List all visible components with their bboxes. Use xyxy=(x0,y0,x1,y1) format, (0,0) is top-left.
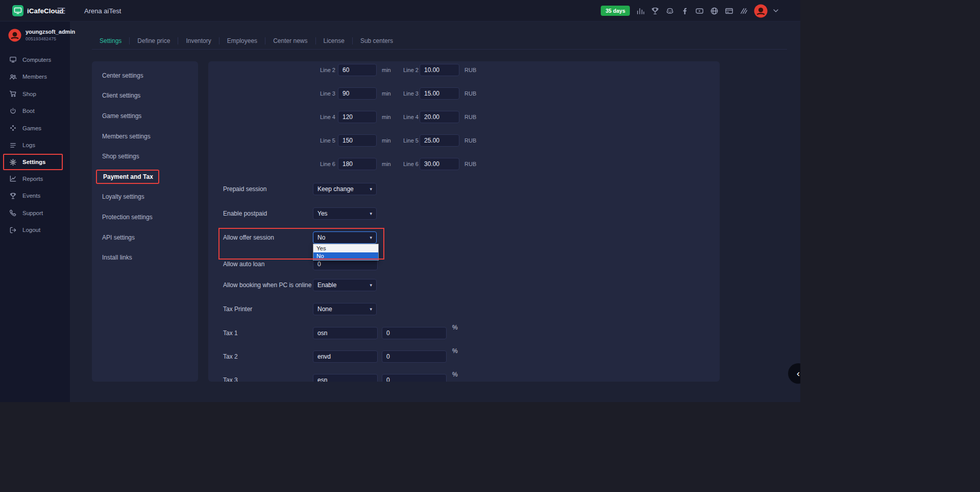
collapse-panel-button[interactable]: ‹ xyxy=(788,363,800,384)
tab-sub-centers[interactable]: Sub centers xyxy=(353,37,401,44)
nav-item-label: Shop settings xyxy=(102,153,139,160)
line-rub-label: Line 3 xyxy=(403,87,419,100)
card-icon[interactable] xyxy=(724,6,733,15)
dropdown-option-yes[interactable]: Yes xyxy=(313,244,378,252)
nav-item-label: Center settings xyxy=(102,72,143,79)
tax2-name-input[interactable] xyxy=(313,350,378,363)
nav-item-label: Install links xyxy=(102,254,132,261)
prepaid-session-select[interactable]: Keep change ▾ xyxy=(313,183,377,195)
topbar: iCafeCloud Arena aiTest 35 days xyxy=(0,0,800,21)
form-row-tax2: Tax 2 % xyxy=(208,350,720,363)
select-value: Keep change xyxy=(317,185,354,193)
field-label: Allow auto loan xyxy=(223,258,264,270)
allow-booking-select[interactable]: Enable ▾ xyxy=(313,279,377,291)
license-days-badge[interactable]: 35 days xyxy=(601,6,630,16)
enable-postpaid-select[interactable]: Yes ▾ xyxy=(313,207,377,220)
sidebar-item-members[interactable]: Members xyxy=(0,68,70,86)
line-min-input[interactable] xyxy=(338,64,377,76)
hamburger-menu-icon[interactable] xyxy=(57,7,65,14)
settings-nav-payment-and-tax[interactable]: Payment and Tax xyxy=(92,167,198,187)
nav-item-label: Client settings xyxy=(102,92,140,99)
line-min-label: Line 2 xyxy=(320,64,335,76)
shades-icon[interactable] xyxy=(739,6,748,15)
form-row-tax-printer: Tax Printer None ▾ xyxy=(208,303,720,315)
line-rub-label: Line 2 xyxy=(403,64,419,76)
tax2-rate-input[interactable] xyxy=(382,350,447,363)
list-icon xyxy=(9,142,17,149)
caret-down-icon[interactable] xyxy=(773,9,778,12)
sidebar-item-label: Members xyxy=(22,74,47,80)
form-row-enable-postpaid: Enable postpaid Yes ▾ xyxy=(208,207,720,220)
allow-offer-session-select[interactable]: No ▾ xyxy=(313,231,377,244)
discord-icon[interactable] xyxy=(665,6,674,15)
settings-nav-game-settings[interactable]: Game settings xyxy=(92,106,198,126)
line-min-input[interactable] xyxy=(338,111,377,123)
line-min-label: Line 5 xyxy=(320,134,335,147)
sidebar-item-logs[interactable]: Logs xyxy=(0,137,70,154)
sidebar-item-reports[interactable]: Reports xyxy=(0,170,70,188)
line-rub-input[interactable] xyxy=(420,134,459,147)
tax-printer-select[interactable]: None ▾ xyxy=(313,303,377,315)
tax1-name-input[interactable] xyxy=(313,327,378,339)
sidebar-item-events[interactable]: Events xyxy=(0,188,70,205)
line-min-input[interactable] xyxy=(338,87,377,100)
line-row-3: Line 3 min Line 3 RUB xyxy=(208,87,720,100)
line-min-input[interactable] xyxy=(338,158,377,170)
sidebar-menu: Computers Members Shop Boot Games xyxy=(0,51,70,239)
nav-item-label-active: Payment and Tax xyxy=(96,170,159,184)
sidebar-item-games[interactable]: Games xyxy=(0,120,70,137)
stats-icon[interactable] xyxy=(635,6,645,15)
field-label: Allow offer session xyxy=(223,231,274,244)
brand-logo[interactable]: iCafeCloud xyxy=(12,5,63,16)
tab-inventory[interactable]: Inventory xyxy=(178,37,219,44)
logout-icon xyxy=(9,226,17,234)
sidebar-item-computers[interactable]: Computers xyxy=(0,51,70,68)
tax3-rate-input[interactable] xyxy=(382,374,447,382)
sidebar-item-label: Shop xyxy=(22,91,36,97)
chevron-down-icon: ▾ xyxy=(370,235,372,240)
sidebar-item-boot[interactable]: Boot xyxy=(0,103,70,120)
globe-icon[interactable] xyxy=(709,6,719,15)
trophy-icon[interactable] xyxy=(650,6,659,15)
line-rub-input[interactable] xyxy=(420,64,459,76)
settings-nav-api-settings[interactable]: API settings xyxy=(92,227,198,248)
line-rub-input[interactable] xyxy=(420,158,459,170)
sidebar-item-support[interactable]: Support xyxy=(0,204,70,222)
tab-settings[interactable]: Settings xyxy=(92,37,130,44)
youtube-icon[interactable] xyxy=(695,6,704,15)
tax3-name-input[interactable] xyxy=(313,374,378,382)
settings-nav-protection-settings[interactable]: Protection settings xyxy=(92,207,198,227)
line-min-input[interactable] xyxy=(338,134,377,147)
trophy-icon xyxy=(9,192,17,200)
settings-nav-members-settings[interactable]: Members settings xyxy=(92,126,198,147)
cart-icon xyxy=(9,90,17,98)
settings-nav-shop-settings[interactable]: Shop settings xyxy=(92,146,198,167)
line-rub-input[interactable] xyxy=(420,111,459,123)
field-label: Tax 2 xyxy=(223,350,238,363)
user-avatar[interactable] xyxy=(754,4,768,18)
form-row-tax3: Tax 3 % xyxy=(208,374,720,382)
monitor-icon xyxy=(9,56,17,63)
sidebar-user[interactable]: youngzsoft_admin 005193482475 xyxy=(0,21,70,47)
sidebar-item-shop[interactable]: Shop xyxy=(0,85,70,103)
settings-nav-center-settings[interactable]: Center settings xyxy=(92,65,198,86)
tab-license[interactable]: License xyxy=(316,37,353,44)
gear-icon xyxy=(9,158,17,166)
dropdown-option-no[interactable]: No xyxy=(313,252,378,261)
tab-center-news[interactable]: Center news xyxy=(265,37,315,44)
select-value: Yes xyxy=(317,210,328,217)
sidebar-item-logout[interactable]: Logout xyxy=(0,222,70,239)
tab-employees[interactable]: Employees xyxy=(219,37,265,44)
tax1-rate-input[interactable] xyxy=(382,327,447,339)
line-rub-input[interactable] xyxy=(420,87,459,100)
settings-nav-install-links[interactable]: Install links xyxy=(92,247,198,268)
icafecloud-logo-icon xyxy=(12,5,23,16)
sidebar-item-label: Settings xyxy=(22,159,45,165)
min-suffix: min xyxy=(382,111,391,123)
tab-define-price[interactable]: Define price xyxy=(130,37,178,44)
sidebar: youngzsoft_admin 005193482475 Computers … xyxy=(0,21,70,402)
settings-nav-client-settings[interactable]: Client settings xyxy=(92,86,198,106)
facebook-icon[interactable] xyxy=(680,6,689,15)
sidebar-item-settings[interactable]: Settings xyxy=(3,154,63,170)
settings-nav-loyalty-settings[interactable]: Loyalty settings xyxy=(92,187,198,207)
